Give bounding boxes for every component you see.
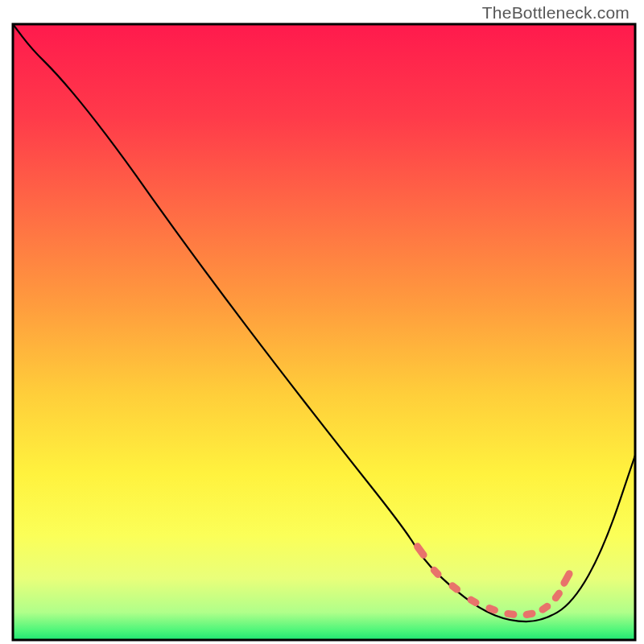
gradient-background <box>13 24 635 640</box>
chart-svg <box>0 0 644 644</box>
bottleneck-chart: TheBottleneck.com <box>0 0 644 644</box>
